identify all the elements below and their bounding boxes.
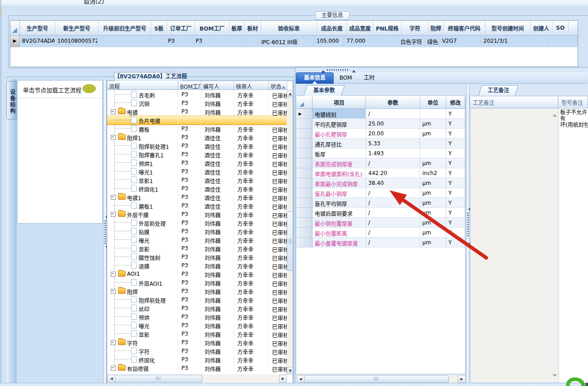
tree-row[interactable]: 负片电镀P3刘伟巍方幸幸已审核 [107,116,287,124]
splitter-grip[interactable] [467,213,469,236]
collapse-toggle-icon[interactable] [111,135,116,140]
param-row[interactable]: 通孔厚径比5.33Y [296,139,465,148]
tree-node[interactable]: 阻焊前处理 [107,295,178,304]
main-column-header[interactable]: BOM工厂 [195,21,230,36]
tab-basic-info[interactable]: 基本信息 [296,72,334,84]
tab-process-remark[interactable]: 工艺备注 [478,85,519,96]
scroll-left-button[interactable]: ◀ [108,375,115,382]
scroll-right-button[interactable]: ▶ [279,375,287,382]
param-row[interactable]: 盲孔平均铜厚/μmY [296,198,465,208]
collapse-toggle-icon[interactable] [111,366,116,371]
corner-app-icon[interactable] [564,377,588,386]
scroll-right-button[interactable]: ▶ [458,375,466,383]
tree-node[interactable]: 负片电镀 [107,116,178,124]
tree-row[interactable]: 外层AOI1P3刘伟巍方幸幸已审核 [107,278,287,287]
tree-row[interactable]: 预烘P3刘伟巍方幸幸已审核 [107,312,287,321]
tree-row[interactable]: 字符P3刘伟巍方幸幸已审核 [107,346,287,355]
param-column-item[interactable]: 项目 [312,96,366,109]
tree-horizontal-scrollbar[interactable]: ◀ ▶ [107,374,287,382]
tree-node[interactable]: 阻焊1 [107,133,178,141]
tree-node[interactable]: 终固化1 [107,184,178,193]
param-corner[interactable] [296,96,312,109]
param-value-cell[interactable]: / [366,188,420,198]
param-column-value[interactable]: 参数 [366,96,420,109]
main-table-row[interactable]: ▶ 8V2G74ADA010010800057263P3P3IPC-6012 I… [10,36,578,47]
tree-node[interactable]: 酸性蚀刻 [107,252,178,261]
param-row[interactable]: 最小铜包覆厚度/μmY [296,218,465,228]
param-horizontal-scrollbar[interactable]: ◀ ▶ [296,375,465,383]
collapse-toggle-icon[interactable] [111,195,116,200]
tree-row[interactable]: 磨板1P3酒佳佳方幸幸已审核 [107,201,287,210]
tree-node[interactable]: 沉铜 [107,99,178,107]
collapse-up-icon[interactable] [321,68,325,72]
main-column-header[interactable]: SO [552,21,569,36]
flow-tree-title-tab[interactable]: 【8V2G74ADA0】工艺流程 [114,72,183,81]
tree-node[interactable]: 贴膜 [107,227,178,235]
main-column-header[interactable]: 订单工厂 [167,21,195,36]
main-column-header[interactable]: 字符 [402,21,429,36]
tree-node[interactable]: 曝光1 [107,167,178,175]
param-value-cell[interactable]: / [366,198,420,208]
collapse-toggle-icon[interactable] [111,212,116,217]
param-value-cell[interactable]: 38.40 [366,178,420,188]
tree-row[interactable]: 字符P3刘伟巍方幸幸已审核 [107,338,287,346]
tree-row[interactable]: 去毛刺P3刘伟巍方幸幸已审核 [107,90,287,99]
scroll-down-button[interactable]: ▼ [287,367,293,374]
tree-row[interactable]: 显影1P3酒佳佳方幸幸已审核 [107,175,287,184]
tree-node[interactable]: 外层前处理 [107,218,178,227]
tree-node[interactable]: 阻焊塞孔1 [107,150,178,158]
tree-row[interactable]: 电镀P3刘伟巍方幸幸已审核 [107,107,287,116]
tree-column-flow[interactable]: 流程 [107,81,178,90]
param-row[interactable]: 最小包覆距离/μmY [296,228,465,238]
main-column-header[interactable]: 型号创建时间 [485,21,530,36]
right-vertical-splitter[interactable] [466,84,470,383]
tree-row[interactable]: 终固化1P3酒佳佳方幸幸已审核 [107,184,287,193]
tree-node[interactable]: 有铅喷锡 [107,364,178,372]
tree-node[interactable]: 阻焊前处理1 [107,141,178,150]
param-value-cell[interactable]: / [366,109,420,119]
param-column-unit[interactable]: 单位 [420,96,446,109]
tree-row[interactable]: 沉铜P3刘伟巍方幸幸已审核 [107,99,287,107]
tree-column-reviewer[interactable]: 核审人 [234,81,269,90]
main-column-header[interactable]: 成品长度 [317,21,347,36]
main-column-header[interactable]: 创建人 [530,21,552,36]
main-column-header[interactable]: 终端客户代码 [443,21,485,36]
tree-node[interactable]: 显影 [107,329,178,338]
param-row[interactable]: 表面完成铜厚度/μmY [296,158,465,168]
main-column-header[interactable]: 成品宽度 [347,21,373,36]
param-value-cell[interactable]: 25.00 [366,119,420,129]
tree-row[interactable]: 显影P3刘伟巍方幸幸已审核 [107,244,287,252]
model-remark-textarea[interactable]: 板子不允许有 坏(用纸封包 [559,108,588,382]
tree-column-bom-factory[interactable]: BOM工厂 [178,81,201,90]
splitter-grip[interactable] [327,69,349,71]
param-row[interactable]: 平均孔壁铜厚25.00μmY [296,119,465,129]
tree-node[interactable]: 预烘 [107,312,178,321]
tab-work-hours[interactable]: 工时 [358,72,380,84]
tree-row[interactable]: 电镀1P3酒佳佳方幸幸已审核 [107,193,287,201]
tree-row[interactable]: 阻焊P3刘伟巍方幸幸已审核 [107,287,287,295]
param-row[interactable]: 单面电镀面积(含孔)442.20inch2Y [296,168,465,178]
main-column-header[interactable]: 生产型号 [20,21,55,36]
tree-row[interactable]: 显影P3刘伟巍方幸幸已审核 [107,329,287,338]
tree-node[interactable]: 字符 [107,338,178,346]
main-column-header[interactable]: 验收标准 [261,21,317,36]
tree-node[interactable]: 电镀 [107,107,178,116]
tree-node[interactable]: 显影 [107,244,178,252]
tree-row[interactable]: 阻焊前处理1P3酒佳佳方幸幸已审核 [107,141,287,150]
scroll-thumb[interactable] [304,375,449,383]
process-remark-textarea[interactable] [470,108,558,382]
scroll-up-button[interactable]: ▲ [287,90,293,97]
tree-row[interactable]: 外层前处理P3刘伟巍方幸幸已审核 [107,218,287,227]
scroll-left-button[interactable]: ◀ [297,375,304,383]
collapse-toggle-icon[interactable] [111,289,116,294]
tree-node[interactable]: 曝光 [107,321,178,329]
collapse-toggle-icon[interactable] [111,340,116,345]
param-row[interactable]: ▶电镀线别/Y [296,109,465,119]
tree-column-status[interactable]: 状态 [269,81,287,90]
tree-node[interactable]: 字符 [107,346,178,355]
param-value-cell[interactable]: / [366,238,420,247]
tab-basic-params[interactable]: 基本参数 [303,85,345,96]
cancel-menu-item[interactable]: 取消(Z) [84,0,104,5]
tree-row[interactable]: 终固化P3刘伟巍方幸幸已审核 [107,355,287,364]
param-row[interactable]: 电镀后面铜要求/μmY [296,208,465,218]
